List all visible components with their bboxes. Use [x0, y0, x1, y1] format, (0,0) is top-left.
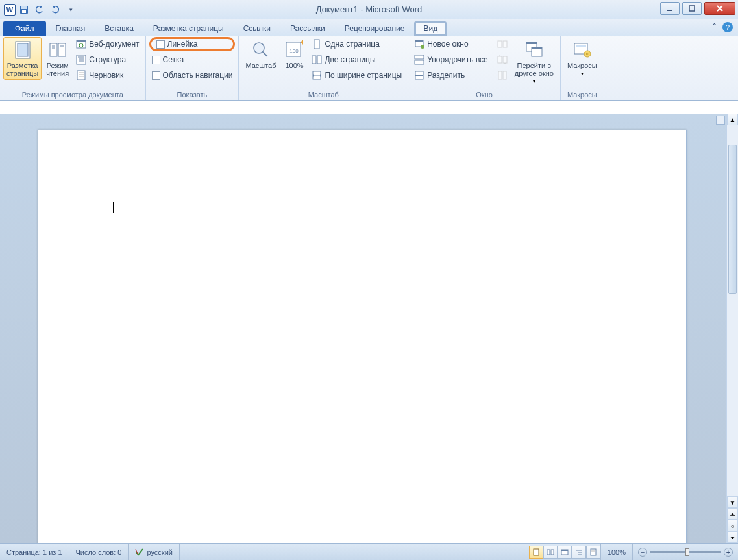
undo-button[interactable]	[32, 3, 47, 17]
svg-rect-29	[317, 56, 321, 64]
print-layout-view-button[interactable]	[529, 546, 543, 559]
gridlines-checkbox[interactable]: Сетка	[149, 53, 236, 67]
macros-button[interactable]: Макросы ▾	[564, 37, 600, 79]
outline-label: Структура	[89, 55, 126, 64]
previous-page-button[interactable]: ⏶	[727, 508, 738, 520]
next-page-button[interactable]: ⏷	[727, 531, 738, 543]
minimize-ribbon-icon[interactable]: ⌃	[711, 22, 717, 32]
save-button[interactable]	[17, 3, 31, 17]
close-button[interactable]	[704, 2, 735, 15]
new-window-button[interactable]: Новое окно	[412, 37, 491, 51]
ribbon-group-show: Линейка Сетка Область навигации Показать	[146, 36, 240, 100]
arrange-all-label: Упорядочить все	[427, 55, 488, 64]
split-button[interactable]: Разделить	[412, 68, 491, 82]
tab-file[interactable]: Файл	[3, 21, 46, 36]
web-layout-button[interactable]: Веб-документ	[73, 37, 141, 51]
web-view-button[interactable]	[558, 546, 572, 559]
zoom-out-button[interactable]: −	[638, 548, 647, 557]
checkbox-icon	[152, 71, 160, 80]
side-by-side-button[interactable]	[495, 37, 510, 51]
tab-page-layout[interactable]: Разметка страницы	[143, 21, 234, 36]
minimize-button[interactable]	[660, 2, 680, 15]
ruler-checkbox[interactable]: Линейка	[149, 37, 236, 51]
navigation-pane-label: Область навигации	[163, 71, 233, 80]
side-by-side-icon	[497, 39, 508, 49]
tab-review[interactable]: Рецензирование	[335, 21, 415, 36]
page-width-icon	[312, 70, 322, 80]
svg-point-34	[421, 45, 424, 49]
outline-button[interactable]: Структура	[73, 53, 141, 67]
svg-rect-42	[503, 56, 507, 63]
browse-object-button[interactable]: ○	[727, 520, 738, 531]
spellcheck-icon	[135, 548, 144, 557]
help-icon[interactable]: ?	[722, 22, 733, 32]
ruler-toggle-button[interactable]	[716, 116, 725, 125]
one-page-label: Одна страница	[325, 40, 379, 49]
draft-button[interactable]: Черновик	[73, 68, 141, 82]
scroll-down-button[interactable]: ▼	[727, 496, 738, 508]
ruler-label: Линейка	[167, 40, 198, 49]
word-app-icon[interactable]: W	[4, 4, 16, 16]
word-count-status[interactable]: Число слов: 0	[69, 544, 129, 560]
checkbox-icon	[156, 40, 165, 49]
reset-position-icon	[497, 70, 508, 80]
svg-text:100: 100	[290, 48, 299, 54]
macros-label: Макросы	[567, 62, 597, 69]
language-status[interactable]: русский	[129, 544, 179, 560]
two-pages-button[interactable]: Две страницы	[309, 53, 404, 67]
tab-insert[interactable]: Вставка	[95, 21, 143, 36]
one-page-icon	[312, 39, 322, 49]
group-label-window: Окно	[412, 90, 557, 100]
scroll-up-button[interactable]: ▲	[727, 114, 738, 125]
two-pages-label: Две страницы	[325, 55, 375, 64]
draft-view-button[interactable]	[586, 546, 600, 559]
zoom-button[interactable]: Масштаб	[242, 37, 279, 72]
switch-windows-label: Перейти в другое окно	[515, 62, 554, 77]
redo-button[interactable]	[48, 3, 62, 17]
group-label-zoom: Масштаб	[242, 90, 404, 100]
svg-rect-4	[689, 6, 695, 11]
sync-scroll-icon	[497, 55, 508, 65]
svg-rect-54	[551, 550, 554, 555]
svg-rect-44	[503, 71, 506, 79]
reading-view-button[interactable]	[543, 546, 558, 559]
switch-windows-button[interactable]: Перейти в другое окно ▾	[511, 37, 557, 87]
web-layout-label: Веб-документ	[89, 40, 139, 49]
qat-customize-button[interactable]: ▾	[64, 3, 78, 17]
arrange-all-button[interactable]: Упорядочить все	[412, 53, 491, 67]
reset-position-button[interactable]	[495, 68, 510, 82]
svg-rect-8	[58, 43, 66, 56]
draft-icon	[76, 70, 86, 80]
two-pages-icon	[312, 55, 322, 65]
tab-home[interactable]: Главная	[46, 21, 95, 36]
split-icon	[414, 70, 424, 80]
zoom-100-button[interactable]: 100 100%	[280, 37, 308, 72]
gridlines-label: Сетка	[163, 55, 184, 64]
outline-view-button[interactable]	[572, 546, 586, 559]
zoom-slider-thumb[interactable]	[685, 548, 689, 556]
svg-rect-50	[576, 45, 586, 47]
ribbon-group-macros: Макросы ▾ Макросы	[561, 36, 604, 100]
svg-line-24	[263, 52, 267, 56]
zoom-level-button[interactable]: 100%	[600, 544, 633, 560]
svg-rect-53	[547, 550, 550, 555]
one-page-button[interactable]: Одна страница	[309, 37, 404, 51]
tab-mailings[interactable]: Рассылки	[280, 21, 335, 36]
reading-mode-button[interactable]: Режим чтения	[43, 37, 72, 80]
zoom-in-button[interactable]: +	[724, 548, 733, 557]
page-width-button[interactable]: По ширине страницы	[309, 68, 404, 82]
document-page[interactable]	[38, 130, 687, 543]
zoom-slider-track[interactable]	[650, 551, 721, 553]
navigation-pane-checkbox[interactable]: Область навигации	[149, 68, 236, 82]
tab-view[interactable]: Вид	[414, 21, 447, 36]
new-window-icon	[414, 39, 424, 49]
maximize-button[interactable]	[682, 2, 702, 15]
svg-rect-43	[498, 71, 502, 79]
scrollbar-thumb[interactable]	[728, 145, 737, 294]
tab-references[interactable]: Ссылки	[234, 21, 280, 36]
sync-scroll-button[interactable]	[495, 53, 510, 67]
draft-label: Черновик	[89, 71, 123, 80]
print-layout-button[interactable]: Разметка страницы	[3, 37, 42, 80]
svg-rect-7	[50, 43, 57, 56]
page-status[interactable]: Страница: 1 из 1	[0, 544, 69, 560]
